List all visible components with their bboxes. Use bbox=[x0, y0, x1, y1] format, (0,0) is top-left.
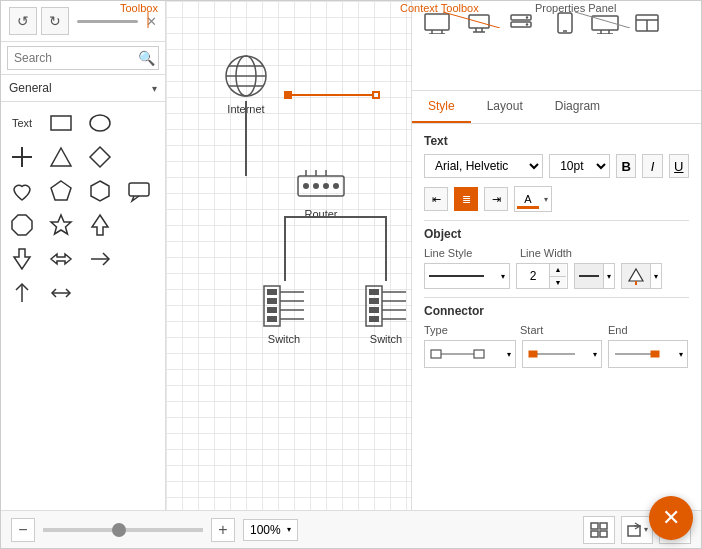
svg-rect-85 bbox=[600, 531, 607, 537]
switch2-label: Switch bbox=[370, 333, 402, 345]
shape-triangle[interactable] bbox=[46, 142, 76, 172]
connector-start-dropdown[interactable]: ▾ bbox=[522, 340, 602, 368]
svg-rect-11 bbox=[129, 183, 149, 196]
connector-end-dropdown[interactable]: ▾ bbox=[608, 340, 688, 368]
switch1-label: Switch bbox=[268, 333, 300, 345]
align-center-button[interactable]: ≣ bbox=[454, 187, 478, 211]
fill-color-selector[interactable]: ▾ bbox=[621, 263, 662, 289]
bold-button[interactable]: B bbox=[616, 154, 636, 178]
object-labels-row: Line Style Line Width bbox=[424, 247, 689, 259]
connector-section-title: Connector bbox=[424, 304, 689, 318]
shape-ellipse[interactable] bbox=[85, 108, 115, 138]
underline-button[interactable]: U bbox=[669, 154, 689, 178]
router-label: Router bbox=[304, 208, 337, 220]
zoom-out-button[interactable]: − bbox=[11, 518, 35, 542]
svg-rect-37 bbox=[267, 316, 277, 322]
shape-pentagon[interactable] bbox=[46, 176, 76, 206]
line-width-input[interactable]: 2 bbox=[517, 269, 549, 283]
font-size-select[interactable]: 10pt bbox=[549, 154, 610, 178]
ctx-monitor-icon[interactable] bbox=[418, 7, 456, 39]
shape-arrow-up2[interactable] bbox=[7, 278, 37, 308]
svg-marker-14 bbox=[92, 215, 108, 235]
svg-point-29 bbox=[333, 183, 339, 189]
shape-callout[interactable] bbox=[124, 176, 154, 206]
svg-rect-46 bbox=[369, 316, 379, 322]
zoom-in-button[interactable]: + bbox=[211, 518, 235, 542]
line-color-selector[interactable]: ▾ bbox=[574, 263, 615, 289]
svg-rect-81 bbox=[651, 351, 659, 357]
spin-up-button[interactable]: ▲ bbox=[550, 264, 566, 277]
font-select[interactable]: Arial, Helvetic bbox=[424, 154, 543, 178]
tab-diagram[interactable]: Diagram bbox=[539, 91, 616, 123]
svg-rect-78 bbox=[529, 351, 537, 357]
shape-arrow-left-right[interactable] bbox=[46, 244, 76, 274]
shape-placeholder3 bbox=[124, 210, 154, 240]
zoom-slider[interactable] bbox=[43, 528, 203, 532]
zoom-display[interactable]: 100% ▾ bbox=[243, 519, 298, 541]
shape-diamond[interactable] bbox=[85, 142, 115, 172]
shape-star[interactable] bbox=[46, 210, 76, 240]
ctx-widescreen-icon[interactable] bbox=[586, 7, 624, 39]
line-style-label: Line Style bbox=[424, 247, 504, 259]
panel-resize-handle[interactable] bbox=[77, 20, 138, 23]
svg-rect-43 bbox=[369, 289, 379, 295]
ctx-window-icon[interactable] bbox=[628, 7, 666, 39]
shape-octagon[interactable] bbox=[7, 210, 37, 240]
tab-style[interactable]: Style bbox=[412, 91, 471, 123]
search-button[interactable]: 🔍 bbox=[138, 50, 155, 66]
category-row: General ▾ bbox=[1, 75, 165, 102]
ctx-monitor2-icon[interactable] bbox=[460, 7, 498, 39]
router-node[interactable]: Router bbox=[296, 166, 346, 220]
shape-arrow-up[interactable] bbox=[85, 210, 115, 240]
switch2-node[interactable]: Switch bbox=[361, 281, 411, 345]
shape-placeholder bbox=[124, 108, 154, 138]
shape-hexagon[interactable] bbox=[85, 176, 115, 206]
line-router-switch1 bbox=[284, 216, 286, 281]
undo-button[interactable]: ↺ bbox=[9, 7, 37, 35]
ctx-tablet-icon[interactable] bbox=[544, 7, 582, 39]
align-left-button[interactable]: ⇤ bbox=[424, 187, 448, 211]
svg-marker-15 bbox=[14, 249, 30, 269]
font-color-selector[interactable]: A ▾ bbox=[514, 186, 552, 212]
svg-point-61 bbox=[526, 16, 528, 18]
svg-rect-34 bbox=[267, 289, 277, 295]
connector-type-dropdown[interactable]: ▾ bbox=[424, 340, 516, 368]
connector-section: Connector Type Start End bbox=[424, 304, 689, 368]
category-expand-icon[interactable]: ▾ bbox=[152, 83, 157, 94]
handle-right[interactable] bbox=[372, 91, 380, 99]
line-horizontal bbox=[284, 216, 386, 218]
italic-button[interactable]: I bbox=[642, 154, 662, 178]
connector-labels-row: Type Start End bbox=[424, 324, 689, 336]
text-section-title: Text bbox=[424, 134, 689, 148]
divider2 bbox=[424, 297, 689, 298]
canvas-area[interactable]: Internet Router bbox=[166, 1, 411, 510]
shape-heart[interactable] bbox=[7, 176, 37, 206]
fit-page-button[interactable] bbox=[583, 516, 615, 544]
svg-rect-77 bbox=[474, 350, 484, 358]
object-section: Object Line Style Line Width ▾ 2 bbox=[424, 227, 689, 289]
svg-rect-84 bbox=[591, 531, 598, 537]
shape-cross[interactable] bbox=[7, 142, 37, 172]
switch1-node[interactable]: Switch bbox=[259, 281, 309, 345]
svg-rect-65 bbox=[592, 16, 618, 30]
shape-double-arrow[interactable] bbox=[46, 278, 76, 308]
left-panel: ↺ ↻ ✕ 🔍 General ▾ Text bbox=[1, 1, 166, 510]
object-section-title: Object bbox=[424, 227, 689, 241]
shape-rectangle[interactable] bbox=[46, 108, 76, 138]
align-right-button[interactable]: ⇥ bbox=[484, 187, 508, 211]
tab-layout[interactable]: Layout bbox=[471, 91, 539, 123]
close-panel-button[interactable]: ✕ bbox=[146, 14, 157, 29]
shape-arrow-right[interactable] bbox=[85, 244, 115, 274]
redo-button[interactable]: ↻ bbox=[41, 7, 69, 35]
svg-rect-51 bbox=[425, 14, 449, 30]
align-row: ⇤ ≣ ⇥ A ▾ bbox=[424, 186, 689, 212]
search-row: 🔍 bbox=[1, 42, 165, 75]
line-style-dropdown[interactable]: ▾ bbox=[424, 263, 510, 289]
svg-rect-75 bbox=[431, 350, 441, 358]
shape-arrow-down[interactable] bbox=[7, 244, 37, 274]
spin-down-button[interactable]: ▼ bbox=[550, 277, 566, 289]
handle-left[interactable] bbox=[284, 91, 292, 99]
fab-close-button[interactable]: ✕ bbox=[649, 496, 693, 540]
search-input[interactable] bbox=[7, 46, 159, 70]
ctx-server-icon[interactable] bbox=[502, 7, 540, 39]
